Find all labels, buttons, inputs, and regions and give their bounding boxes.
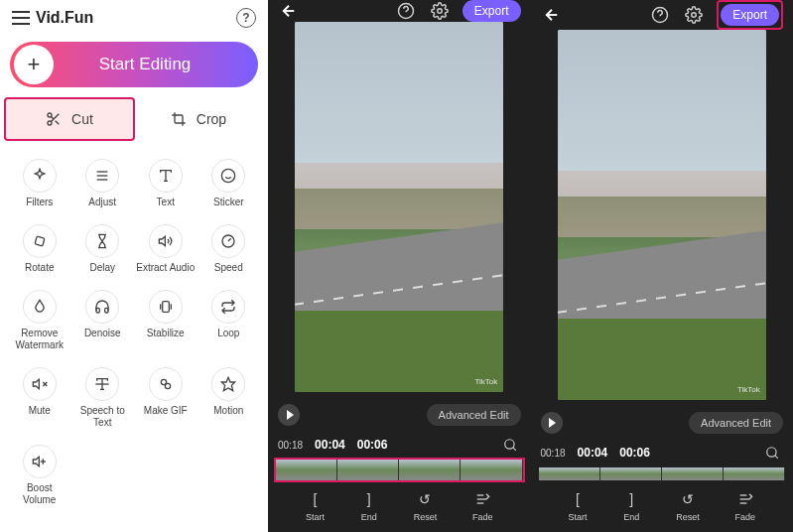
tool-adjust[interactable]: Adjust bbox=[71, 153, 135, 218]
tab-crop-label: Crop bbox=[197, 111, 226, 127]
video-canvas[interactable]: TikTok bbox=[295, 22, 503, 392]
tool-make-gif[interactable]: Make GIF bbox=[134, 361, 198, 439]
tools-grid: Filters Adjust Text Sticker Rotate Delay… bbox=[0, 143, 268, 526]
help-icon[interactable] bbox=[395, 0, 417, 22]
zoom-icon[interactable] bbox=[761, 442, 783, 464]
start-editing-label: Start Editing bbox=[54, 55, 258, 74]
svg-rect-15 bbox=[162, 302, 169, 313]
zoom-icon[interactable] bbox=[499, 434, 521, 456]
svg-rect-11 bbox=[35, 236, 45, 246]
sparkle-icon bbox=[23, 159, 57, 193]
preview-controls: Advanced Edit bbox=[531, 406, 794, 440]
menu-icon[interactable] bbox=[12, 11, 30, 25]
advanced-edit-button[interactable]: Advanced Edit bbox=[689, 412, 783, 434]
trim-end-button[interactable]: ]End bbox=[360, 490, 378, 522]
play-button[interactable] bbox=[278, 404, 300, 426]
svg-marker-12 bbox=[159, 236, 165, 245]
tool-rotate[interactable]: Rotate bbox=[8, 218, 71, 284]
fade-button[interactable]: Fade bbox=[472, 490, 493, 522]
reset-button[interactable]: ↺Reset bbox=[414, 490, 438, 522]
timecode-2: 00:06 bbox=[619, 446, 650, 460]
trim-controls: [Start ]End ↺Reset Fade bbox=[268, 482, 531, 532]
video-preview: TikTok bbox=[531, 30, 794, 406]
volume-icon bbox=[149, 224, 183, 258]
timeline-thumbnails[interactable] bbox=[539, 467, 786, 480]
trim-start-button[interactable]: [Start bbox=[568, 490, 587, 522]
svg-line-4 bbox=[52, 116, 55, 119]
play-button[interactable] bbox=[541, 412, 563, 434]
timecode-total: 00:18 bbox=[541, 448, 566, 459]
watermark-text: TikTok bbox=[474, 377, 497, 386]
editor-topbar: Export bbox=[268, 0, 531, 22]
gear-icon[interactable] bbox=[683, 4, 705, 26]
droplet-icon bbox=[23, 290, 57, 324]
tool-denoise[interactable]: Denoise bbox=[71, 284, 135, 361]
editor-area: Export TikTok Advanced Edit 00:18 00:04 … bbox=[268, 0, 793, 532]
editor-topbar: Export bbox=[531, 0, 794, 30]
trim-start-button[interactable]: [Start bbox=[306, 490, 325, 522]
tool-filters[interactable]: Filters bbox=[8, 153, 71, 218]
export-button[interactable]: Export bbox=[463, 0, 521, 22]
tool-text[interactable]: Text bbox=[134, 153, 198, 218]
timecode-1: 00:04 bbox=[315, 438, 345, 452]
hourglass-icon bbox=[85, 224, 119, 258]
tab-cut[interactable]: Cut bbox=[4, 97, 135, 141]
crop-icon bbox=[171, 111, 187, 127]
tool-speed[interactable]: Speed bbox=[198, 218, 261, 284]
svg-point-23 bbox=[165, 383, 170, 388]
timeline-header: 00:18 00:04 00:06 bbox=[268, 432, 531, 458]
app-title: Vid.Fun bbox=[36, 9, 93, 27]
trim-controls: [Start ]End ↺Reset Fade bbox=[531, 482, 794, 532]
timeline-thumbnails[interactable] bbox=[276, 460, 523, 480]
svg-point-8 bbox=[222, 169, 235, 182]
sliders-icon bbox=[85, 159, 119, 193]
volume-up-icon bbox=[23, 445, 57, 478]
tool-remove-watermark[interactable]: Remove Watermark bbox=[8, 284, 71, 361]
gif-icon bbox=[149, 367, 183, 401]
tool-stabilize[interactable]: Stabilize bbox=[134, 284, 198, 361]
headphones-icon bbox=[85, 290, 119, 324]
svg-point-41 bbox=[767, 448, 776, 457]
tool-speech-to-text[interactable]: Speech to Text bbox=[71, 361, 135, 439]
timecode-1: 00:04 bbox=[578, 446, 608, 460]
preview-controls: Advanced Edit bbox=[268, 398, 531, 432]
svg-point-32 bbox=[504, 440, 513, 449]
svg-marker-24 bbox=[222, 377, 235, 390]
help-icon[interactable] bbox=[649, 4, 671, 26]
tool-delay[interactable]: Delay bbox=[71, 218, 135, 284]
back-icon[interactable] bbox=[278, 0, 300, 22]
plus-icon: + bbox=[14, 45, 54, 84]
watermark-text: TikTok bbox=[737, 385, 760, 394]
tool-motion[interactable]: Motion bbox=[198, 361, 261, 439]
trim-end-button[interactable]: ]End bbox=[622, 490, 640, 522]
tool-extract-audio[interactable]: Extract Audio bbox=[134, 218, 198, 284]
smile-icon bbox=[211, 159, 245, 193]
speech-text-icon bbox=[85, 367, 119, 401]
help-icon[interactable]: ? bbox=[236, 8, 256, 28]
tool-sticker[interactable]: Sticker bbox=[198, 153, 261, 218]
video-preview: TikTok bbox=[268, 22, 531, 398]
star-icon bbox=[211, 367, 245, 401]
svg-line-33 bbox=[512, 448, 515, 451]
export-button[interactable]: Export bbox=[721, 4, 779, 26]
fade-button[interactable]: Fade bbox=[735, 490, 756, 522]
timeline-header: 00:18 00:04 00:06 bbox=[531, 440, 794, 466]
loop-icon bbox=[211, 290, 245, 324]
timecode-total: 00:18 bbox=[278, 440, 303, 451]
tool-loop[interactable]: Loop bbox=[198, 284, 261, 361]
start-editing-button[interactable]: + Start Editing bbox=[10, 42, 258, 87]
mute-icon bbox=[23, 367, 57, 401]
svg-line-42 bbox=[775, 456, 778, 459]
gear-icon[interactable] bbox=[429, 0, 451, 22]
sidebar-header: Vid.Fun ? bbox=[0, 0, 268, 36]
tool-mute[interactable]: Mute bbox=[8, 361, 71, 439]
back-icon[interactable] bbox=[541, 4, 563, 26]
editor-panel-1: Export TikTok Advanced Edit 00:18 00:04 … bbox=[268, 0, 531, 532]
tool-boost-volume[interactable]: Boost Volume bbox=[8, 439, 71, 516]
reset-button[interactable]: ↺Reset bbox=[676, 490, 700, 522]
timecode-2: 00:06 bbox=[357, 438, 388, 452]
text-icon bbox=[149, 159, 183, 193]
tab-crop[interactable]: Crop bbox=[135, 97, 262, 141]
advanced-edit-button[interactable]: Advanced Edit bbox=[427, 404, 521, 426]
video-canvas[interactable]: TikTok bbox=[558, 30, 766, 400]
